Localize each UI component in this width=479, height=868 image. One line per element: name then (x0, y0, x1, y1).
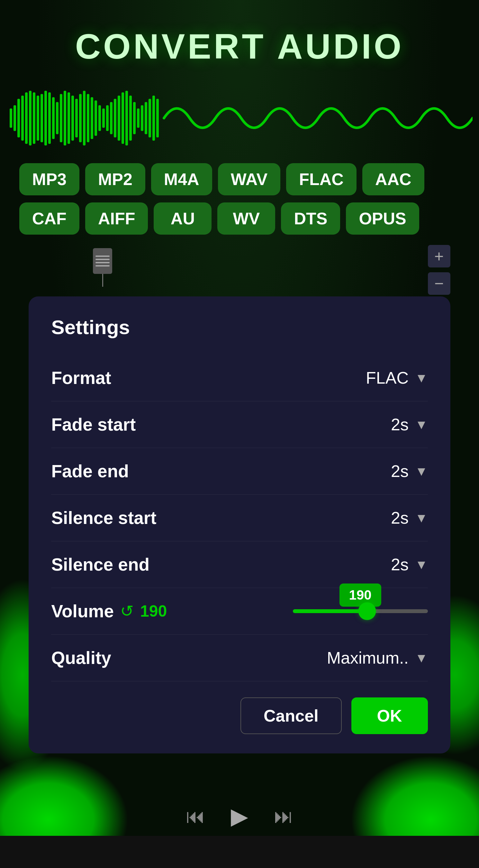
fade-end-row: Fade end 2s ▼ (51, 448, 427, 495)
silence-end-row: Silence end 2s ▼ (51, 541, 427, 588)
silence-start-dropdown-arrow: ▼ (415, 511, 428, 525)
format-btn-wav[interactable]: WAV (218, 163, 281, 195)
svg-rect-11 (52, 97, 55, 139)
svg-rect-34 (141, 105, 143, 131)
volume-slider-container: 190 (293, 609, 428, 613)
ok-button[interactable]: OK (351, 698, 428, 734)
waveform-container (0, 86, 479, 150)
refresh-icon[interactable]: ↺ (120, 602, 134, 621)
main-content: CONVERT AUDIO (0, 0, 479, 868)
player-controls: ⏮ ▶ ⏭ (0, 803, 479, 829)
slider-thumb[interactable] (358, 602, 376, 620)
svg-rect-10 (48, 92, 51, 144)
svg-rect-20 (87, 94, 89, 142)
svg-rect-33 (137, 108, 139, 128)
svg-rect-9 (44, 91, 47, 146)
format-btn-caf[interactable]: CAF (19, 203, 79, 235)
rewind-button[interactable]: ⏮ (186, 805, 205, 828)
volume-row: Volume ↺ 190 190 (51, 588, 427, 635)
fade-start-label: Fade start (51, 414, 136, 435)
svg-rect-30 (125, 91, 128, 146)
svg-rect-29 (122, 92, 124, 144)
silence-start-value-container[interactable]: 2s ▼ (332, 508, 428, 527)
format-btn-aac[interactable]: AAC (362, 163, 424, 195)
svg-rect-21 (91, 97, 93, 139)
svg-rect-12 (56, 102, 59, 134)
settings-title: Settings (51, 316, 427, 339)
svg-rect-4 (25, 92, 28, 144)
waveform-svg (6, 89, 473, 147)
svg-rect-18 (79, 94, 82, 142)
fade-start-row: Fade start 2s ▼ (51, 401, 427, 448)
silence-start-row: Silence start 2s ▼ (51, 495, 427, 541)
format-btn-au[interactable]: AU (154, 203, 211, 235)
silence-end-label: Silence end (51, 554, 149, 575)
svg-rect-24 (102, 108, 105, 128)
silence-end-dropdown-arrow: ▼ (415, 557, 428, 572)
app-title: CONVERT AUDIO (75, 26, 404, 67)
format-value: FLAC (366, 368, 409, 388)
svg-rect-25 (106, 105, 109, 131)
svg-rect-23 (98, 105, 101, 131)
svg-rect-31 (129, 96, 132, 141)
svg-rect-32 (133, 102, 136, 134)
quality-dropdown-arrow: ▼ (415, 651, 428, 665)
svg-rect-36 (148, 99, 151, 137)
format-btn-aiff[interactable]: AIFF (85, 203, 148, 235)
svg-rect-22 (95, 100, 97, 136)
bottom-nav-bar (0, 836, 479, 868)
format-row-1: MP3 MP2 M4A WAV FLAC AAC (19, 163, 460, 195)
svg-rect-3 (21, 96, 24, 141)
format-value-container[interactable]: FLAC ▼ (332, 368, 428, 388)
quality-label: Quality (51, 648, 111, 668)
svg-rect-8 (40, 94, 43, 142)
format-btn-dts[interactable]: DTS (281, 203, 340, 235)
zoom-out-button[interactable]: − (428, 272, 450, 295)
quality-value: Maximum.. (327, 648, 409, 668)
format-btn-opus[interactable]: OPUS (346, 203, 419, 235)
svg-rect-13 (60, 94, 62, 142)
svg-rect-1 (13, 105, 16, 131)
svg-rect-14 (64, 91, 66, 146)
quality-value-container[interactable]: Maximum.. ▼ (327, 648, 428, 668)
format-btn-mp2[interactable]: MP2 (85, 163, 145, 195)
action-buttons: Cancel OK (51, 698, 427, 734)
format-btn-wv[interactable]: WV (217, 203, 275, 235)
cancel-button[interactable]: Cancel (240, 698, 342, 734)
volume-label: Volume (51, 601, 114, 621)
volume-tooltip: 190 (340, 584, 381, 607)
fade-start-value-container[interactable]: 2s ▼ (332, 415, 428, 434)
silence-start-value: 2s (391, 508, 409, 527)
svg-rect-7 (37, 96, 39, 141)
forward-button[interactable]: ⏭ (274, 805, 293, 828)
svg-rect-6 (33, 92, 35, 144)
silence-end-value: 2s (391, 555, 409, 574)
format-btn-m4a[interactable]: M4A (151, 163, 212, 195)
play-button[interactable]: ▶ (231, 803, 248, 829)
svg-rect-26 (110, 102, 112, 134)
volume-left: Volume ↺ 190 (51, 601, 167, 621)
svg-rect-37 (152, 96, 155, 141)
format-btn-flac[interactable]: FLAC (286, 163, 356, 195)
svg-rect-38 (156, 99, 159, 137)
fade-start-dropdown-arrow: ▼ (415, 417, 428, 432)
fade-end-value-container[interactable]: 2s ▼ (332, 462, 428, 481)
volume-number: 190 (140, 602, 167, 621)
volume-slider[interactable] (293, 609, 428, 613)
quality-row: Quality Maximum.. ▼ (51, 635, 427, 681)
zoom-in-button[interactable]: + (428, 245, 450, 268)
fade-end-value: 2s (391, 462, 409, 481)
svg-rect-2 (18, 99, 20, 137)
settings-panel: Settings Format FLAC ▼ Fade start 2s ▼ F… (29, 297, 450, 753)
svg-rect-35 (145, 102, 147, 134)
format-btn-mp3[interactable]: MP3 (19, 163, 79, 195)
svg-rect-15 (68, 92, 70, 144)
svg-rect-28 (118, 96, 120, 141)
silence-end-value-container[interactable]: 2s ▼ (332, 555, 428, 574)
silence-start-label: Silence start (51, 507, 156, 528)
format-row: Format FLAC ▼ (51, 355, 427, 401)
fade-end-label: Fade end (51, 461, 129, 482)
fade-end-dropdown-arrow: ▼ (415, 464, 428, 478)
format-buttons: MP3 MP2 M4A WAV FLAC AAC CAF AIFF AU WV … (0, 163, 479, 242)
svg-rect-5 (29, 91, 32, 146)
